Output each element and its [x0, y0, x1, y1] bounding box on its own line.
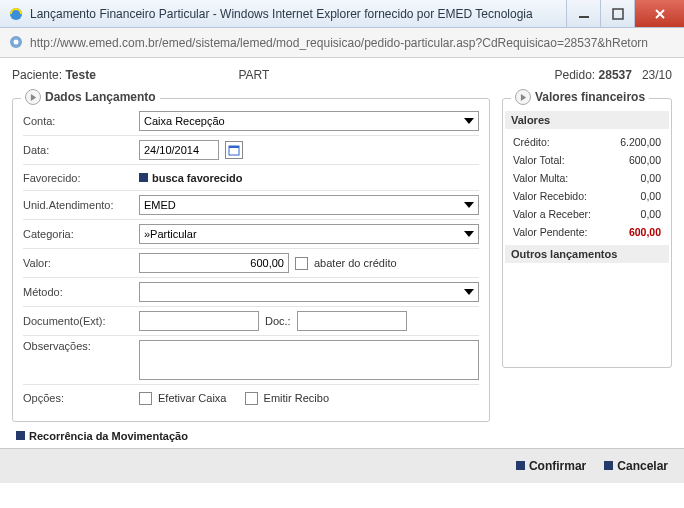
close-button[interactable] — [634, 0, 684, 27]
svg-marker-5 — [30, 94, 35, 101]
data-label: Data: — [23, 144, 133, 156]
emitir-checkbox[interactable] — [245, 392, 258, 405]
favorecido-label: Favorecido: — [23, 172, 133, 184]
url-text[interactable]: http://www.emed.com.br/emed/sistema/leme… — [30, 36, 676, 50]
opcoes-label: Opções: — [23, 392, 133, 404]
footer: Confirmar Cancelar — [0, 448, 684, 483]
paciente-label: Paciente: — [12, 68, 62, 82]
efetivar-checkbox[interactable] — [139, 392, 152, 405]
play-icon — [25, 89, 41, 105]
metodo-label: Método: — [23, 286, 133, 298]
conta-select[interactable]: Caixa Recepção — [139, 111, 479, 131]
value-row: Valor Multa:0,00 — [513, 169, 661, 187]
categoria-label: Categoria: — [23, 228, 133, 240]
value-row: Valor a Receber:0,00 — [513, 205, 661, 223]
header-date-frag: 23/10 — [642, 68, 672, 82]
cancelar-button[interactable]: Cancelar — [604, 459, 668, 473]
confirmar-button[interactable]: Confirmar — [516, 459, 586, 473]
emitir-label: Emitir Recibo — [264, 392, 329, 404]
minimize-button[interactable] — [566, 0, 600, 27]
calendar-icon[interactable] — [225, 141, 243, 159]
abater-checkbox[interactable] — [295, 257, 308, 270]
ie-icon — [8, 6, 24, 22]
value-row: Crédito:6.200,00 — [513, 133, 661, 151]
conta-label: Conta: — [23, 115, 133, 127]
metodo-select[interactable] — [139, 282, 479, 302]
site-icon — [8, 34, 24, 52]
recorrencia-button[interactable]: Recorrência da Movimentação — [16, 430, 188, 442]
docext-label: Documento(Ext): — [23, 315, 133, 327]
abater-label: abater do crédito — [314, 257, 397, 269]
value-row: Valor Pendente:600,00 — [513, 223, 661, 241]
maximize-button[interactable] — [600, 0, 634, 27]
obs-label: Observações: — [23, 340, 133, 352]
pedido-label: Pedido: — [555, 68, 596, 82]
data-input[interactable] — [139, 140, 219, 160]
pedido-value: 28537 — [599, 68, 632, 82]
docext-input[interactable] — [139, 311, 259, 331]
window-title: Lançamento Financeiro Particular - Windo… — [30, 7, 566, 21]
valores-title: Valores financeiros — [535, 90, 645, 104]
svg-rect-2 — [613, 9, 623, 19]
page-header: Paciente: Teste PART Pedido: 28537 23/10 — [0, 58, 684, 90]
address-bar: http://www.emed.com.br/emed/sistema/leme… — [0, 28, 684, 58]
efetivar-label: Efetivar Caixa — [158, 392, 226, 404]
valor-input[interactable] — [139, 253, 289, 273]
dados-panel: Dados Lançamento Conta: Caixa Recepção D… — [12, 98, 490, 422]
paciente-value: Teste — [65, 68, 95, 82]
svg-marker-8 — [520, 94, 525, 101]
play-icon — [515, 89, 531, 105]
svg-point-4 — [14, 39, 19, 44]
valor-label: Valor: — [23, 257, 133, 269]
obs-textarea[interactable] — [139, 340, 479, 380]
categoria-select[interactable]: »Particular — [139, 224, 479, 244]
outros-section-title: Outros lançamentos — [505, 245, 669, 263]
dados-title: Dados Lançamento — [45, 90, 156, 104]
svg-rect-7 — [229, 146, 239, 148]
header-mid: PART — [238, 68, 269, 82]
valores-section-title: Valores — [505, 111, 669, 129]
doc-input[interactable] — [297, 311, 407, 331]
value-row: Valor Recebido:0,00 — [513, 187, 661, 205]
unid-label: Unid.Atendimento: — [23, 199, 133, 211]
unid-select[interactable]: EMED — [139, 195, 479, 215]
doc-label: Doc.: — [265, 315, 291, 327]
window-titlebar: Lançamento Financeiro Particular - Windo… — [0, 0, 684, 28]
valores-panel: Valores financeiros Valores Crédito:6.20… — [502, 98, 672, 368]
value-row: Valor Total:600,00 — [513, 151, 661, 169]
svg-rect-1 — [579, 16, 589, 18]
busca-favorecido-button[interactable]: busca favorecido — [139, 172, 242, 184]
